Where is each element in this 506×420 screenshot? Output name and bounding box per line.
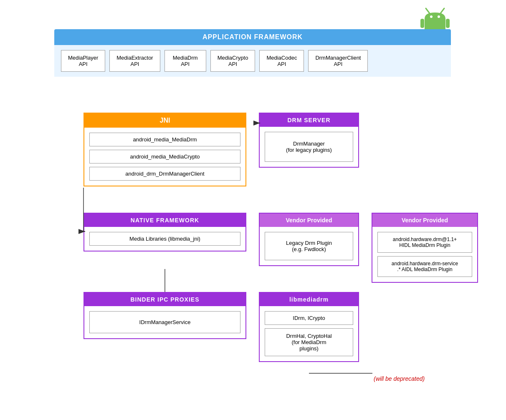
legacy-drm-item: Legacy Drm Plugin(e.g. Fwdlock) xyxy=(265,232,353,260)
jni-title: JNI xyxy=(84,113,245,128)
native-framework-body: Media Libraries (libmedia_jni) xyxy=(84,227,245,251)
svg-line-1 xyxy=(440,8,444,13)
api-box-mediaextractor: MediaExtractorAPI xyxy=(109,50,160,72)
api-box-mediacodec: MediaCodecAPI xyxy=(259,50,304,72)
svg-rect-4 xyxy=(420,19,424,28)
drm-server-body: DrmManager(for legacy plugins) xyxy=(260,127,358,167)
app-framework-title: APPLICATION FRAMEWORK xyxy=(54,29,451,45)
api-box-mediaplayer: MediaPlayerAPI xyxy=(61,50,105,72)
binder-box: BINDER IPC PROXIES IDrmManagerService xyxy=(83,292,246,339)
vendor2-box: Vendor Provided android.hardware.drm@1.1… xyxy=(372,213,478,283)
app-framework-body: MediaPlayerAPI MediaExtractorAPI MediaDr… xyxy=(54,45,451,77)
jni-item-drmmanager: android_drm_DrmManagerClient xyxy=(89,167,240,181)
jni-item-mediacrypto: android_media_MediaCrypto xyxy=(89,150,240,163)
native-framework-title: NATIVE FRAMEWORK xyxy=(84,214,245,227)
drm-manager-item: DrmManager(for legacy plugins) xyxy=(265,132,353,162)
libmedia-box: libmediadrm IDrm, ICrypto DrmHal, Crypto… xyxy=(259,292,359,362)
diagram-container: APPLICATION FRAMEWORK MediaPlayerAPI Med… xyxy=(0,0,506,420)
aidl-plugin-item: android.hardware.drm-service.* AIDL Medi… xyxy=(377,256,472,277)
svg-point-3 xyxy=(438,15,440,18)
hidl-plugin-item: android.hardware.drm@1.1+HIDL MediaDrm P… xyxy=(377,232,472,253)
idrm-manager-service-item: IDrmManagerService xyxy=(89,311,240,333)
native-framework-box: NATIVE FRAMEWORK Media Libraries (libmed… xyxy=(83,213,246,251)
idrm-icrypto-item: IDrm, ICrypto xyxy=(265,311,353,325)
api-box-mediadrm: MediaDrmAPI xyxy=(164,50,206,72)
jni-body: android_media_MediaDrm android_media_Med… xyxy=(84,128,245,186)
jni-item-mediadrm: android_media_MediaDrm xyxy=(89,133,240,146)
media-libraries-item: Media Libraries (libmedia_jni) xyxy=(89,232,240,246)
drm-server-title: DRM SERVER xyxy=(260,113,358,127)
libmedia-body: IDrm, ICrypto DrmHal, CryptoHal(for Medi… xyxy=(260,306,358,361)
drm-server-box: DRM SERVER DrmManager(for legacy plugins… xyxy=(259,113,359,168)
vendor1-title: Vendor Provided xyxy=(260,214,358,227)
drmhal-cryptohal-item: DrmHal, CryptoHal(for MediaDrmplugins) xyxy=(265,328,353,356)
binder-body: IDrmManagerService xyxy=(84,306,245,338)
jni-box: JNI android_media_MediaDrm android_media… xyxy=(83,113,246,186)
svg-rect-5 xyxy=(446,19,450,28)
svg-point-2 xyxy=(430,15,433,18)
vendor2-title: Vendor Provided xyxy=(372,214,477,227)
libmedia-title: libmediadrm xyxy=(260,293,358,306)
api-box-drmmanagerclient: DrmManagerClientAPI xyxy=(308,50,368,72)
binder-title: BINDER IPC PROXIES xyxy=(84,293,245,306)
vendor1-body: Legacy Drm Plugin(e.g. Fwdlock) xyxy=(260,227,358,265)
svg-line-0 xyxy=(426,8,430,13)
app-framework-section: APPLICATION FRAMEWORK MediaPlayerAPI Med… xyxy=(54,29,451,77)
deprecated-text: (will be deprecated) xyxy=(374,375,425,382)
vendor2-body: android.hardware.drm@1.1+HIDL MediaDrm P… xyxy=(372,227,477,282)
vendor1-box: Vendor Provided Legacy Drm Plugin(e.g. F… xyxy=(259,213,359,266)
api-box-mediacrypto: MediaCryptoAPI xyxy=(210,50,256,72)
